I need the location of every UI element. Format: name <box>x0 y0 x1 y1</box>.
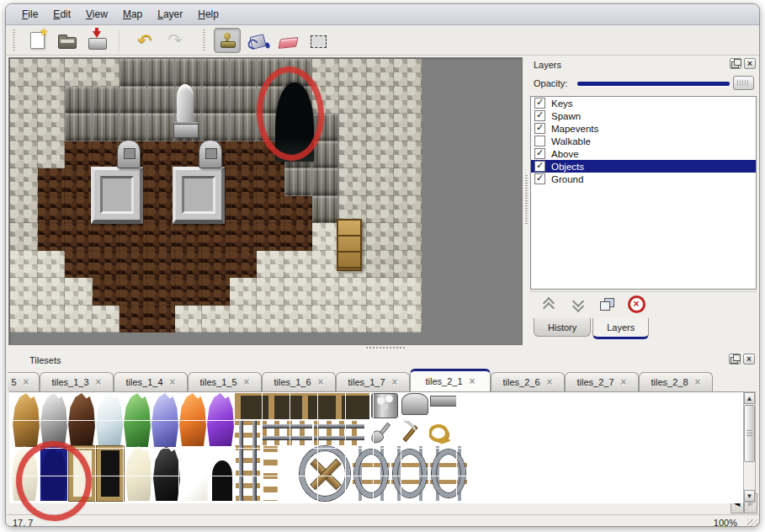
map-tile[interactable] <box>147 223 175 251</box>
fill-button[interactable] <box>244 28 271 53</box>
map-tile[interactable] <box>147 278 175 306</box>
map-tile[interactable] <box>367 59 395 87</box>
map-tile[interactable] <box>394 196 422 224</box>
map-tile[interactable] <box>202 87 230 114</box>
map-tile[interactable] <box>10 141 38 169</box>
map-tile[interactable] <box>147 114 175 141</box>
dock-tab-history[interactable]: History <box>534 318 591 337</box>
map-tile[interactable] <box>312 59 340 87</box>
layer-row-spawn[interactable]: Spawn <box>531 109 756 122</box>
tab-close-icon[interactable]: × <box>170 376 176 388</box>
map-tile[interactable] <box>284 278 312 306</box>
map-tile[interactable] <box>367 251 395 279</box>
tileset-tile-dark-brown-rock[interactable] <box>68 393 95 447</box>
layer-row-mapevents[interactable]: Mapevents <box>531 122 756 135</box>
opacity-slider-handle[interactable] <box>733 76 754 90</box>
map-tile[interactable] <box>120 59 147 87</box>
tileset-tile-vertical-rail[interactable] <box>235 420 260 501</box>
toolbar-grip[interactable] <box>202 29 206 51</box>
map-tile[interactable] <box>394 59 422 87</box>
tileset-tab-tiles_2_8[interactable]: tiles_2_8× <box>639 372 713 391</box>
map-tile[interactable] <box>394 306 422 333</box>
map-tile[interactable] <box>284 168 312 196</box>
tileset-tile-pale-rock[interactable] <box>125 446 152 501</box>
map-tile[interactable] <box>120 223 147 251</box>
new-file-button[interactable] <box>24 28 50 53</box>
map-tile[interactable] <box>394 223 422 251</box>
tileset-tab-tiles_1_7[interactable]: tiles_1_7× <box>336 372 410 391</box>
map-canvas[interactable] <box>10 59 422 332</box>
map-tile[interactable] <box>175 223 203 251</box>
map-tile[interactable] <box>93 278 120 306</box>
tileset-tile-black-arch[interactable] <box>209 446 236 501</box>
map-tile[interactable] <box>230 223 258 251</box>
map-tile[interactable] <box>10 278 38 306</box>
layer-row-ground[interactable]: Ground <box>531 173 756 185</box>
map-tile[interactable] <box>120 306 147 333</box>
map-tile[interactable] <box>257 223 284 251</box>
map-tile[interactable] <box>257 251 284 279</box>
tileset-tile-door-frame-dark[interactable] <box>97 446 124 501</box>
map-tile[interactable] <box>202 251 230 279</box>
tileset-tile-green-crystal[interactable] <box>124 393 151 447</box>
layer-row-above[interactable]: Above <box>531 147 756 160</box>
map-tile[interactable] <box>147 168 175 196</box>
menu-map[interactable]: Map <box>115 6 150 23</box>
scroll-down-button[interactable]: ▼ <box>744 490 755 502</box>
map-tile[interactable] <box>257 168 284 196</box>
map-tile[interactable] <box>10 114 38 141</box>
map-tile[interactable] <box>230 59 258 87</box>
map-tile[interactable] <box>38 114 66 141</box>
map-tile[interactable] <box>65 306 93 333</box>
map-tile[interactable] <box>312 251 340 279</box>
tab-close-icon[interactable]: × <box>318 376 324 388</box>
tab-close-icon[interactable]: × <box>96 376 102 388</box>
map-tile[interactable] <box>65 251 93 279</box>
lower-layer-button[interactable] <box>566 295 588 315</box>
tab-close-icon[interactable]: × <box>24 376 29 388</box>
map-tile[interactable] <box>65 168 93 196</box>
map-tile[interactable] <box>10 306 38 333</box>
layer-visibility-checkbox[interactable] <box>534 110 545 121</box>
layer-row-walkable[interactable]: Walkable <box>531 135 756 147</box>
float-panel-button[interactable] <box>730 58 741 69</box>
tileset-tile-black-rock[interactable] <box>153 446 180 501</box>
map-tile[interactable] <box>93 59 120 87</box>
map-tile[interactable] <box>147 87 175 114</box>
map-tile[interactable] <box>65 87 93 114</box>
map-tile[interactable] <box>10 59 38 87</box>
menu-help[interactable]: Help <box>190 6 226 23</box>
resize-grip[interactable] <box>747 519 758 527</box>
map-tile[interactable] <box>10 168 38 196</box>
map-tile[interactable] <box>175 59 203 87</box>
map-tile[interactable] <box>93 114 120 141</box>
tab-close-icon[interactable]: × <box>621 376 627 388</box>
map-tile[interactable] <box>38 87 66 114</box>
map-tile[interactable] <box>38 196 66 224</box>
undo-button[interactable] <box>131 28 158 53</box>
map-tile[interactable] <box>202 278 230 306</box>
layer-visibility-checkbox[interactable] <box>534 123 545 134</box>
map-tile[interactable] <box>175 251 203 279</box>
tileset-tile-rail-loop[interactable] <box>430 446 467 501</box>
layer-row-objects[interactable]: Objects <box>531 160 756 173</box>
tileset-canvas[interactable] <box>9 391 743 503</box>
map-tile[interactable] <box>120 114 147 141</box>
tileset-tile-rail-loop[interactable] <box>353 446 390 501</box>
map-tile[interactable] <box>284 223 312 251</box>
tileset-tile-rail-ties[interactable] <box>263 446 297 501</box>
tileset-tile-gray-rock[interactable] <box>40 393 67 447</box>
map-tile[interactable] <box>120 278 147 306</box>
tab-close-icon[interactable]: × <box>470 375 475 387</box>
layer-visibility-checkbox[interactable] <box>534 161 545 172</box>
map-tile[interactable] <box>312 168 340 196</box>
tileset-tab-tiles_1_5[interactable]: tiles_1_5× <box>188 372 262 391</box>
stamp-button[interactable] <box>214 28 241 53</box>
map-tile[interactable] <box>394 87 422 114</box>
map-tile[interactable] <box>65 141 93 169</box>
map-tile[interactable] <box>230 278 258 306</box>
layer-visibility-checkbox[interactable] <box>534 148 545 159</box>
map-tile[interactable] <box>10 87 38 114</box>
map-tile[interactable] <box>147 251 175 279</box>
tileset-tile-horizontal-rail[interactable] <box>314 420 364 445</box>
